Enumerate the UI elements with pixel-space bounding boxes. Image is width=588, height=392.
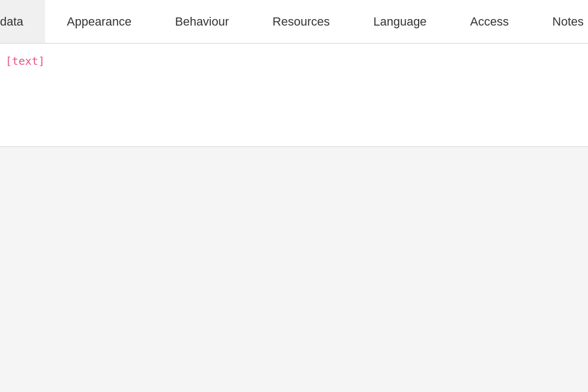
tab-language[interactable]: Language bbox=[352, 0, 449, 43]
tab-metadata[interactable]: data bbox=[0, 0, 45, 43]
tab-metadata-label: data bbox=[0, 15, 23, 29]
content-area-top: [text] bbox=[0, 44, 588, 147]
tab-resources[interactable]: Resources bbox=[251, 0, 352, 43]
tab-notes[interactable]: Notes bbox=[531, 0, 588, 43]
tab-notes-label: Notes bbox=[553, 15, 584, 29]
tab-access[interactable]: Access bbox=[449, 0, 531, 43]
tab-language-label: Language bbox=[373, 15, 427, 29]
placeholder-text: [text] bbox=[5, 54, 45, 68]
tab-access-label: Access bbox=[470, 15, 509, 29]
tab-behaviour[interactable]: Behaviour bbox=[153, 0, 250, 43]
tab-bar: data Appearance Behaviour Resources Lang… bbox=[0, 0, 588, 44]
tab-resources-label: Resources bbox=[273, 15, 330, 29]
content-area-bottom bbox=[0, 147, 588, 391]
tab-behaviour-label: Behaviour bbox=[175, 15, 229, 29]
tab-appearance[interactable]: Appearance bbox=[45, 0, 154, 43]
tab-appearance-label: Appearance bbox=[67, 15, 132, 29]
